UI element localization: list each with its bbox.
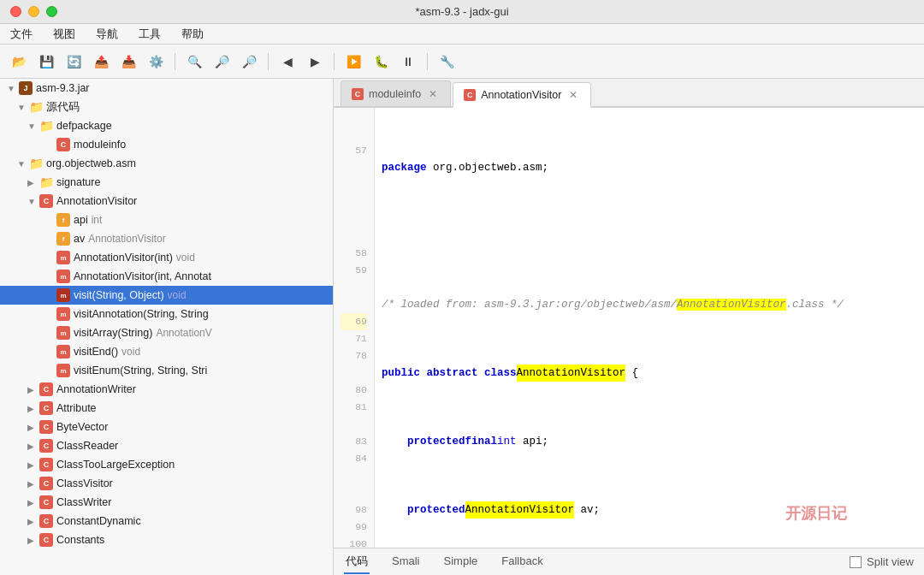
sidebar-item-annotationvisitor[interactable]: ▼ C AnnotationVisitor xyxy=(0,192,333,210)
line-numbers: 57 58 59 69 71 78 80 81 83 84 xyxy=(334,108,375,548)
tree-expand-arrow: ▶ xyxy=(27,178,39,187)
toolbar-decompile[interactable]: ⚙️ xyxy=(144,50,168,74)
method-icon: m xyxy=(56,288,70,302)
class-icon: C xyxy=(39,439,53,453)
line-num-blank6 xyxy=(341,210,367,228)
menu-help[interactable]: 帮助 xyxy=(178,25,207,44)
sidebar-item-constantdynamic[interactable]: ▶ C ConstantDynamic xyxy=(0,512,333,531)
method-icon: m xyxy=(56,251,70,264)
menu-file[interactable]: 文件 xyxy=(7,25,36,44)
sidebar-item-visitenum[interactable]: m visitEnum(String, String, Stri xyxy=(0,361,333,380)
tree-expand-arrow: ▶ xyxy=(27,423,39,432)
toolbar-save[interactable]: 💾 xyxy=(34,50,58,74)
sidebar-item-visitend[interactable]: m visitEnd() void xyxy=(0,342,333,361)
visit-type: void xyxy=(168,289,187,301)
toolbar-reload[interactable]: 🔄 xyxy=(62,50,86,74)
sidebar-item-signature[interactable]: ▶ 📁 signature xyxy=(0,173,333,192)
sidebar-item-attribute[interactable]: ▶ C Attribute xyxy=(0,399,333,418)
visitenum-label: visitEnum(String, String, Stri xyxy=(74,365,207,376)
menu-navigate[interactable]: 导航 xyxy=(92,25,121,44)
toolbar-back[interactable]: ◀ xyxy=(275,50,299,74)
source-label: 源代码 xyxy=(46,100,80,115)
sidebar-item-visitarray[interactable]: m visitArray(String) AnnotationV xyxy=(0,323,333,342)
class-icon: C xyxy=(39,458,53,471)
line-num-blank5 xyxy=(341,193,367,210)
sidebar-item-api[interactable]: f api int xyxy=(0,210,333,229)
tab-annotationvisitor[interactable]: C AnnotationVisitor ✕ xyxy=(453,82,591,108)
sidebar-item-ctor-int-annot[interactable]: m AnnotationVisitor(int, Annotat xyxy=(0,267,333,286)
sidebar-item-annotationwriter[interactable]: ▶ C AnnotationWriter xyxy=(0,380,333,399)
tab-close-annotationvisitor[interactable]: ✕ xyxy=(566,88,580,102)
sidebar-item-ctor-int[interactable]: m AnnotationVisitor(int) void xyxy=(0,248,333,267)
sidebar-item-classtoolarge[interactable]: ▶ C ClassTooLargeException xyxy=(0,455,333,474)
toolbar-search[interactable]: 🔍 xyxy=(182,50,206,74)
toolbar-search3[interactable]: 🔎 xyxy=(237,50,261,74)
bottom-tab-smali[interactable]: Smali xyxy=(390,551,422,572)
sidebar-item-classwriter[interactable]: ▶ C ClassWriter xyxy=(0,493,333,512)
line-num-98: 98 xyxy=(341,501,367,519)
close-button[interactable] xyxy=(10,6,21,17)
bottom-tab-simple[interactable]: Simple xyxy=(442,551,480,572)
folder-icon: 📁 xyxy=(29,157,43,170)
sidebar-item-bytevector[interactable]: ▶ C ByteVector xyxy=(0,418,333,436)
bottom-tab-fallback[interactable]: Fallback xyxy=(500,551,544,572)
minimize-button[interactable] xyxy=(28,6,39,17)
sidebar-item-av[interactable]: f av AnnotationVisitor xyxy=(0,229,333,248)
bottom-tabs: 代码 Smali Simple Fallback Split view xyxy=(334,548,924,575)
sidebar: ▼ J asm-9.3.jar ▼ 📁 源代码 ▼ 📁 defpackage C… xyxy=(0,79,334,575)
tab-icon-annotationvisitor: C xyxy=(464,89,476,101)
line-num-blank10 xyxy=(341,365,367,382)
menu-tools[interactable]: 工具 xyxy=(135,25,164,44)
line-num-blank8 xyxy=(341,279,367,296)
sidebar-item-visit[interactable]: m visit(String, Object) void xyxy=(0,286,333,305)
toolbar-pause[interactable]: ⏸ xyxy=(396,50,420,74)
tab-bar: C moduleinfo ✕ C AnnotationVisitor ✕ xyxy=(334,79,924,108)
sidebar-item-classreader[interactable]: ▶ C ClassReader xyxy=(0,436,333,455)
split-view-group: Split view xyxy=(850,555,914,568)
window-title: *asm-9.3 - jadx-gui xyxy=(415,5,508,18)
line-num-100: 100 xyxy=(341,536,367,548)
toolbar-sep-3 xyxy=(334,53,335,70)
sidebar-item-org-objectweb[interactable]: ▼ 📁 org.objectweb.asm xyxy=(0,154,333,173)
method-icon: m xyxy=(56,326,70,340)
toolbar-export[interactable]: 📤 xyxy=(89,50,113,74)
toolbar-sep-1 xyxy=(175,53,175,70)
org-label: org.objectweb.asm xyxy=(46,157,136,169)
sidebar-item-moduleinfo[interactable]: C moduleinfo xyxy=(0,135,333,154)
code-editor[interactable]: 57 58 59 69 71 78 80 81 83 84 xyxy=(334,108,924,548)
toolbar-open[interactable]: 📂 xyxy=(7,50,31,74)
sidebar-item-constants[interactable]: ▶ C Constants xyxy=(0,531,333,549)
classvisitor-label: ClassVisitor xyxy=(56,477,113,489)
toolbar-run[interactable]: ▶️ xyxy=(341,50,365,74)
constants-label: Constants xyxy=(56,534,104,546)
toolbar-bug[interactable]: 🐛 xyxy=(369,50,393,74)
tab-close-moduleinfo[interactable]: ✕ xyxy=(426,87,440,101)
menu-view[interactable]: 视图 xyxy=(50,25,79,44)
tab-moduleinfo[interactable]: C moduleinfo ✕ xyxy=(341,80,451,106)
bottom-tab-code[interactable]: 代码 xyxy=(344,550,370,574)
maximize-button[interactable] xyxy=(46,6,57,17)
toolbar-search2[interactable]: 🔎 xyxy=(210,50,234,74)
sidebar-item-visitannotation[interactable]: m visitAnnotation(String, String xyxy=(0,305,333,323)
split-view-checkbox[interactable] xyxy=(850,556,862,568)
tree-expand-arrow: ▼ xyxy=(7,84,19,93)
tree-expand-arrow: ▶ xyxy=(27,404,39,413)
toolbar-forward[interactable]: ▶ xyxy=(303,50,327,74)
toolbar-settings[interactable]: 🔧 xyxy=(435,50,459,74)
jar-icon: J xyxy=(19,81,33,95)
tree-expand-arrow: ▼ xyxy=(27,197,39,206)
av-label: av xyxy=(74,233,85,245)
method-icon: m xyxy=(56,307,70,321)
sidebar-item-source[interactable]: ▼ 📁 源代码 xyxy=(0,98,333,116)
class-icon: C xyxy=(39,533,53,547)
sidebar-item-jar[interactable]: ▼ J asm-9.3.jar xyxy=(0,79,333,98)
av-type: AnnotationVisitor xyxy=(88,233,166,245)
line-num-99: 99 xyxy=(341,519,367,536)
line-num-blank1 xyxy=(341,108,367,125)
jar-label: asm-9.3.jar xyxy=(36,82,90,94)
line-num-59: 59 xyxy=(341,262,367,279)
toolbar-sep-2 xyxy=(268,53,269,70)
toolbar-export2[interactable]: 📥 xyxy=(116,50,140,74)
sidebar-item-classvisitor[interactable]: ▶ C ClassVisitor xyxy=(0,474,333,493)
sidebar-item-defpackage[interactable]: ▼ 📁 defpackage xyxy=(0,116,333,135)
